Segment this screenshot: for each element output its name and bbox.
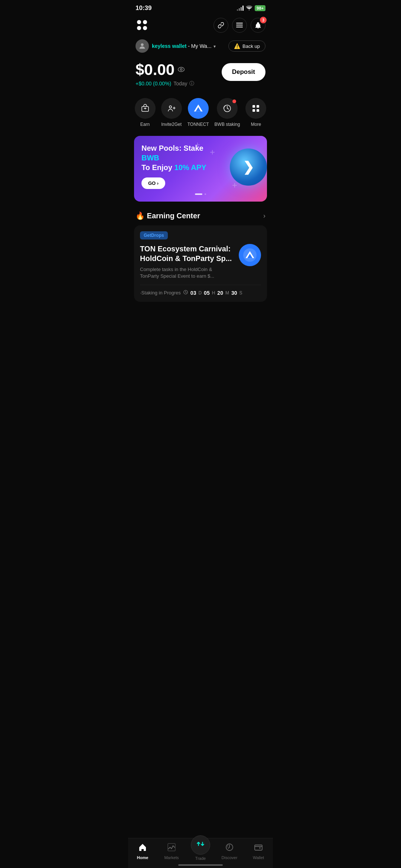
chevron-down-icon: ▾: [213, 44, 216, 49]
card-icon: [239, 244, 261, 266]
card-title: TON Ecosystem Carnival:HoldCoin & TonPar…: [140, 244, 234, 263]
wallet-row: keyless wallet - My Wa... ▾ ⚠️ Back up: [128, 37, 273, 58]
svg-point-5: [178, 67, 185, 72]
card-desc: Complete tasks in the HoldCoin &TonParty…: [140, 266, 234, 280]
info-icon: ⓘ: [189, 80, 194, 87]
eye-icon[interactable]: [177, 66, 185, 74]
svg-point-4: [141, 43, 143, 46]
svg-rect-13: [257, 105, 259, 108]
svg-rect-15: [257, 109, 259, 112]
svg-point-8: [169, 106, 172, 108]
decorative-plus-2: +: [210, 147, 215, 157]
clock-icon: [183, 290, 188, 296]
balance-section: $0.00 +$0.00 (0.00%) Today ⓘ Deposit: [128, 58, 273, 94]
card-content: TON Ecosystem Carnival:HoldCoin & TonPar…: [140, 244, 261, 280]
svg-rect-2: [236, 27, 243, 27]
banner-indicator: [141, 193, 260, 195]
action-earn[interactable]: Earn: [135, 98, 156, 127]
status-bar: 10:39 98+: [128, 0, 273, 15]
action-bwb[interactable]: BWB staking: [215, 98, 240, 127]
header: 3: [128, 15, 273, 37]
balance-amount: $0.00: [136, 61, 194, 79]
link-button[interactable]: [213, 18, 228, 33]
logo[interactable]: [136, 19, 149, 32]
deposit-button[interactable]: Deposit: [222, 63, 265, 81]
wallet-avatar: [136, 39, 149, 53]
svg-rect-0: [236, 23, 243, 23]
menu-button[interactable]: [232, 18, 247, 33]
header-actions: 3: [213, 18, 265, 33]
earning-card[interactable]: GetDrops TON Ecosystem Carnival:HoldCoin…: [134, 225, 267, 302]
card-badge: GetDrops: [140, 231, 168, 239]
svg-point-6: [180, 68, 182, 70]
svg-point-3: [258, 27, 259, 28]
svg-rect-12: [252, 105, 255, 108]
card-text: TON Ecosystem Carnival:HoldCoin & TonPar…: [140, 244, 234, 280]
svg-rect-14: [252, 109, 255, 112]
earn-icon-circle: [135, 98, 156, 119]
tonnect-label: TONNECT: [188, 122, 209, 127]
balance-display: $0.00 +$0.00 (0.00%) Today ⓘ: [136, 61, 194, 87]
wifi-icon: [246, 5, 252, 12]
banner-coin: ❯: [230, 149, 267, 189]
indicator-active: [195, 193, 202, 195]
action-tonnect[interactable]: TONNECT: [188, 98, 209, 127]
signal-icon: [237, 6, 244, 11]
earning-center-title: 🔥 Earning Center: [136, 211, 200, 220]
red-dot-badge: [232, 99, 236, 103]
action-more[interactable]: More: [245, 98, 266, 127]
banner-text: New Pools: Stake BWB To Enjoy 10% APY GO…: [141, 143, 212, 189]
promo-banner[interactable]: + + + New Pools: Stake BWB To Enjoy 10% …: [134, 136, 267, 202]
more-icon-circle: [245, 98, 266, 119]
svg-rect-1: [236, 25, 243, 26]
staking-label: ·Staking in Progres: [140, 290, 181, 296]
bwb-label: BWB staking: [215, 122, 240, 127]
notification-badge: 3: [260, 17, 267, 23]
indicator-inactive: [205, 193, 206, 195]
action-row: Earn Invite2Get TONNECT: [128, 94, 273, 134]
invite-icon-circle: [161, 98, 182, 119]
status-time: 10:39: [136, 4, 151, 12]
more-label: More: [251, 122, 261, 127]
earning-center-arrow[interactable]: ›: [263, 212, 265, 220]
card-timer: ·Staking in Progres 03 D 05 H 20 M 30 S: [140, 285, 261, 296]
action-invite[interactable]: Invite2Get: [161, 98, 182, 127]
notification-button[interactable]: 3: [251, 18, 265, 33]
earning-center-header: 🔥 Earning Center ›: [128, 209, 273, 225]
bwb-icon-circle: [217, 98, 238, 119]
invite-label: Invite2Get: [161, 122, 182, 127]
battery-indicator: 98+: [255, 5, 265, 11]
decorative-plus-1: +: [195, 140, 200, 150]
banner-title: New Pools: Stake BWB To Enjoy 10% APY: [141, 143, 212, 172]
banner-go-button[interactable]: GO ›: [141, 177, 165, 189]
wallet-selector[interactable]: keyless wallet - My Wa... ▾: [136, 39, 216, 53]
status-icons: 98+: [237, 5, 265, 12]
earn-label: Earn: [140, 122, 150, 127]
tonnect-icon-circle: [188, 98, 209, 119]
wallet-name: keyless wallet - My Wa... ▾: [152, 43, 216, 49]
balance-change: +$0.00 (0.00%) Today ⓘ: [136, 80, 194, 87]
warning-icon: ⚠️: [234, 43, 240, 49]
backup-button[interactable]: ⚠️ Back up: [228, 40, 265, 52]
